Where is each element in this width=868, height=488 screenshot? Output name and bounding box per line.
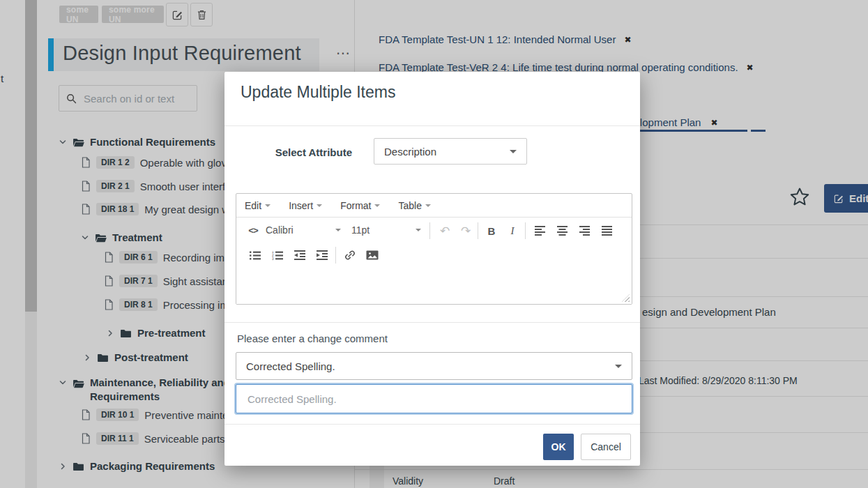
- align-right-button[interactable]: [574, 222, 595, 240]
- undo-button[interactable]: ↶: [436, 222, 454, 240]
- outdent-button[interactable]: [289, 246, 310, 264]
- change-comment-select[interactable]: Corrected Spelling.: [236, 352, 632, 380]
- divider: [224, 322, 640, 323]
- insert-link-button[interactable]: [340, 246, 360, 264]
- dialog-title: Update Multiple Items: [241, 83, 395, 102]
- change-comment-input-wrap: [236, 384, 632, 413]
- indent-button[interactable]: [312, 246, 333, 264]
- bold-button[interactable]: B: [482, 222, 501, 240]
- redo-button[interactable]: ↷: [457, 222, 475, 240]
- toolbar-separator: [335, 247, 336, 264]
- insert-image-button[interactable]: [362, 246, 383, 264]
- select-attribute-label: Select Attribute: [224, 146, 352, 158]
- align-center-button[interactable]: [551, 222, 572, 240]
- change-comment-input[interactable]: [246, 392, 622, 406]
- toolbar-separator: [478, 222, 478, 239]
- numbered-list-button[interactable]: [267, 246, 288, 264]
- toolbar-separator: [429, 222, 430, 239]
- toolbar-separator: [525, 222, 526, 239]
- caret-down-icon: [425, 204, 431, 207]
- bullet-list-button[interactable]: [245, 246, 266, 264]
- font-size-select[interactable]: 11pt: [351, 224, 421, 236]
- menu-table[interactable]: Table: [398, 200, 430, 211]
- italic-button[interactable]: I: [503, 222, 522, 240]
- caret-down-icon: [335, 229, 341, 231]
- caret-down-icon: [615, 365, 622, 368]
- caret-down-icon: [317, 204, 322, 207]
- divider: [224, 125, 640, 126]
- cancel-button[interactable]: Cancel: [581, 434, 631, 460]
- change-comment-label: Please enter a change comment: [237, 333, 388, 344]
- source-code-button[interactable]: <>: [245, 222, 261, 240]
- divider: [224, 424, 640, 425]
- ok-button[interactable]: OK: [543, 434, 574, 460]
- caret-down-icon: [265, 204, 271, 207]
- justify-button[interactable]: [596, 222, 617, 240]
- editor-content-area[interactable]: [236, 266, 632, 304]
- attribute-select[interactable]: Description: [374, 138, 527, 165]
- app-window: t some UN some more UN Design Input Requ…: [0, 0, 868, 488]
- menu-format[interactable]: Format: [340, 200, 380, 211]
- editor-menubar: Edit Insert Format Table: [236, 194, 632, 218]
- menu-insert[interactable]: Insert: [289, 200, 322, 211]
- rich-text-editor: Edit Insert Format Table <> Calibri 11pt…: [236, 193, 632, 305]
- font-family-select[interactable]: Calibri: [266, 224, 341, 236]
- caret-down-icon: [416, 229, 421, 231]
- update-multiple-items-dialog: Update Multiple Items Select Attribute D…: [224, 72, 640, 466]
- menu-edit[interactable]: Edit: [245, 200, 271, 211]
- caret-down-icon: [374, 204, 380, 207]
- align-left-button[interactable]: [529, 222, 550, 240]
- caret-down-icon: [510, 150, 517, 153]
